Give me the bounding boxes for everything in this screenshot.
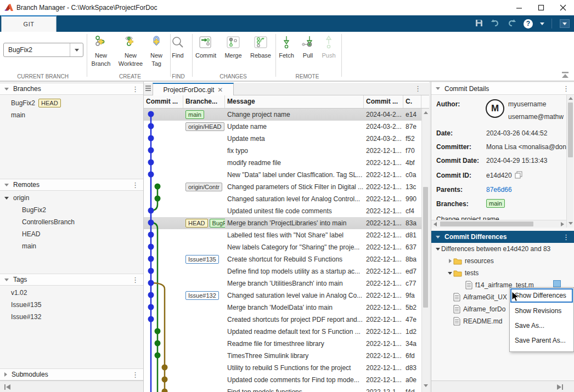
scroll-thumb[interactable] xyxy=(440,221,533,226)
branches-section-header[interactable]: Branches ⋮ xyxy=(0,83,143,95)
help-icon[interactable]: ? xyxy=(524,19,533,29)
tags-menu-icon[interactable]: ⋮ xyxy=(132,276,139,283)
sidebar-item-tag[interactable]: v1.02 xyxy=(11,287,137,299)
table-row[interactable]: Updated code comments for Find top mode.… xyxy=(144,374,421,386)
table-row[interactable]: Utility to rebuild S Functions for the p… xyxy=(144,362,421,374)
table-row[interactable]: HEADBugFMerge branch 'ProjectLibraries' … xyxy=(144,217,421,229)
scroll-left-icon[interactable] xyxy=(433,222,437,226)
column-header[interactable]: Commit ... xyxy=(364,95,403,108)
table-row[interactable]: New labels Category for "Sharing" the pr… xyxy=(144,241,421,253)
table-row[interactable]: Updated unitest file code comments2022-1… xyxy=(144,205,421,217)
commit-differences-header[interactable]: Commit Differences ⋮ xyxy=(431,231,574,243)
scroll-thumb[interactable] xyxy=(568,103,573,157)
scroll-right-icon[interactable] xyxy=(560,222,565,226)
fetch-button[interactable]: Fetch xyxy=(274,34,299,60)
sidebar-item-tag[interactable]: Issue#135 xyxy=(11,299,137,311)
scroll-down-icon[interactable] xyxy=(424,384,428,387)
menu-item-show-differences[interactable]: Show Differences xyxy=(510,288,573,303)
table-row[interactable]: Readme file for timesthree library2022-1… xyxy=(144,338,421,350)
minimize-button[interactable] xyxy=(508,0,530,15)
scroll-up-icon[interactable] xyxy=(569,97,573,100)
scroll-down-icon[interactable] xyxy=(569,222,573,225)
current-branch-dropdown[interactable]: BugFix2 xyxy=(3,43,83,57)
tab-git[interactable]: GIT xyxy=(1,15,57,32)
table-vertical-scrollbar[interactable] xyxy=(421,109,429,392)
scroll-thumb[interactable] xyxy=(423,187,428,308)
undo-icon[interactable] xyxy=(491,19,500,29)
tree-item[interactable]: resources xyxy=(431,255,574,267)
collapse-arrow-icon[interactable] xyxy=(436,236,440,238)
tags-section-header[interactable]: Tags ⋮ xyxy=(0,274,143,286)
collapse-arrow-icon[interactable] xyxy=(4,88,9,90)
table-row[interactable]: Changed saturation level for Analog Cont… xyxy=(144,193,421,205)
column-header[interactable]: C. xyxy=(403,95,421,108)
save-icon[interactable] xyxy=(475,19,483,29)
pull-button[interactable]: Pull xyxy=(297,34,319,60)
sidebar-item-remote-branch[interactable]: BugFix2 xyxy=(22,204,137,216)
table-row[interactable]: mainChange project name2024-04-2...e14 xyxy=(144,109,421,121)
details-vertical-scrollbar[interactable] xyxy=(566,95,573,228)
expand-arrow-icon[interactable] xyxy=(447,259,453,263)
find-button[interactable]: Find xyxy=(165,34,191,60)
table-row[interactable]: Created shortcuts for project PDF report… xyxy=(144,314,421,326)
sidebar-item-branch[interactable]: BugFix2HEAD xyxy=(11,97,137,109)
scroll-right-end-icon[interactable] xyxy=(556,384,563,390)
sidebar-item-remote-branch[interactable]: HEAD xyxy=(22,228,137,240)
table-row[interactable]: Issue#135Create shortcut for Rebuild S F… xyxy=(144,253,421,265)
submodules-menu-icon[interactable]: ⋮ xyxy=(132,371,139,378)
table-row[interactable]: Labelled test files with "Not Share" lab… xyxy=(144,229,421,241)
submodules-section-header[interactable]: Submodules ⋮ xyxy=(0,368,143,380)
table-row[interactable]: New "Data" label under Clasffication. Ta… xyxy=(144,169,421,181)
table-row[interactable]: Merge branch 'ModelData' into main2022-1… xyxy=(144,302,421,314)
table-row[interactable]: Merge branch 'UtilitiesBranch' into main… xyxy=(144,277,421,289)
chevron-down-icon[interactable] xyxy=(70,43,83,56)
collapse-arrow-icon[interactable] xyxy=(447,272,453,275)
collapse-arrow-icon[interactable] xyxy=(4,279,9,281)
maximize-button[interactable] xyxy=(530,0,552,15)
collapse-arrow-icon[interactable] xyxy=(435,248,441,251)
differences-bottom-scrollbar[interactable] xyxy=(431,380,574,392)
collapse-arrow-icon[interactable] xyxy=(436,87,440,90)
collapse-toolstrip-icon[interactable] xyxy=(561,72,570,78)
table-row[interactable]: Find top models functions2022-12-1...f4d xyxy=(144,386,421,392)
copy-icon[interactable] xyxy=(515,171,523,179)
remotes-menu-icon[interactable]: ⋮ xyxy=(132,181,139,189)
tab-close-icon[interactable]: ✕ xyxy=(217,86,223,94)
help-caret-icon[interactable] xyxy=(540,22,544,25)
menu-item-save-parent-as[interactable]: Save Parent As... xyxy=(510,333,573,348)
table-row[interactable]: Define find top models utility as a star… xyxy=(144,265,421,277)
tab-projectfordoc-git[interactable]: ProjectForDoc.git ✕ xyxy=(153,83,234,95)
sidebar-item-remote-branch[interactable]: ControllersBranch xyxy=(22,216,137,228)
collapse-arrow-icon[interactable] xyxy=(4,197,9,200)
tree-item[interactable]: Differences between e14d420 and 83 xyxy=(431,243,574,255)
collapse-arrow-icon[interactable] xyxy=(4,184,9,186)
details-horizontal-scrollbar[interactable] xyxy=(431,220,566,228)
new-worktree-button[interactable]: New Worktree xyxy=(115,34,146,68)
tab-list-icon[interactable] xyxy=(145,86,151,94)
table-row[interactable]: origin/HEADUpdate name2024-03-2...87e xyxy=(144,121,421,133)
table-menu-icon[interactable]: ⋮ xyxy=(414,85,421,92)
remotes-section-header[interactable]: Remotes ⋮ xyxy=(0,179,143,191)
table-row[interactable]: Update meta2024-03-2...f52 xyxy=(144,133,421,145)
sidebar-item-remote[interactable]: origin xyxy=(4,192,138,204)
table-row[interactable]: fix typo2022-12-1...f70 xyxy=(144,145,421,157)
sidebar-item-remote-branch[interactable]: main xyxy=(22,240,137,252)
close-button[interactable] xyxy=(552,0,574,15)
commit-button[interactable]: Commit xyxy=(192,34,220,60)
tree-item[interactable]: tests xyxy=(431,267,574,279)
table-row[interactable]: Updated readme default text for S Functi… xyxy=(144,326,421,338)
table-row[interactable]: Issue#132Changed saturation level value … xyxy=(144,289,421,302)
redo-icon[interactable] xyxy=(507,19,516,29)
table-row[interactable]: origin/ContrChanged parameters of Stick … xyxy=(144,181,421,193)
quick-access-menu-icon[interactable] xyxy=(560,19,570,28)
menu-item-show-revisions[interactable]: Show Revisions xyxy=(510,303,573,318)
table-row[interactable]: TimesThree Simulink library2022-12-1...6… xyxy=(144,350,421,362)
table-row[interactable]: modify readme file2022-12-1...4bf xyxy=(144,157,421,169)
new-branch-button[interactable]: New Branch xyxy=(86,34,116,68)
menu-item-save-as[interactable]: Save As... xyxy=(510,318,573,333)
push-button[interactable]: Push xyxy=(317,34,340,60)
parent-commit-link[interactable]: 87e6d66 xyxy=(486,186,512,194)
rebase-button[interactable]: Rebase xyxy=(247,34,274,60)
commit-differences-menu-icon[interactable]: ⋮ xyxy=(562,234,570,241)
scroll-left-end-icon[interactable] xyxy=(4,384,11,390)
